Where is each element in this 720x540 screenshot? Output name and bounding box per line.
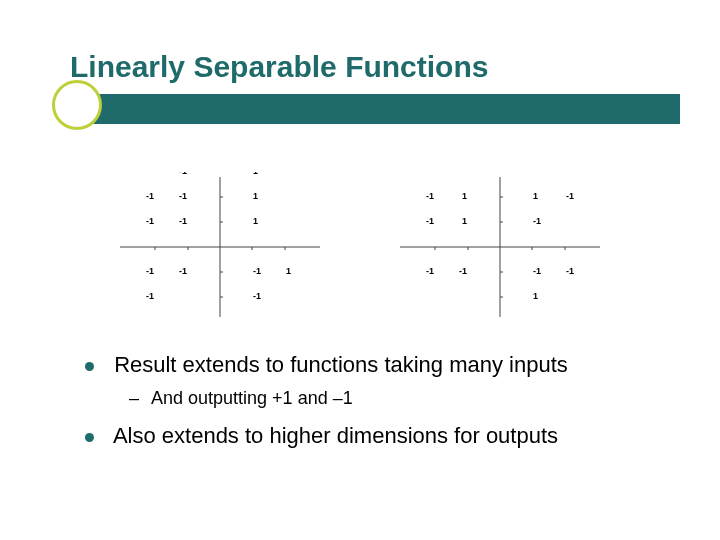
points: -1-1-1-1-1111-1-1-11-1-1 [146,172,291,301]
sub-bullet-text: And outputting +1 and –1 [151,388,353,408]
point-label: -1 [146,266,154,276]
bullet-text: Also extends to higher dimensions for ou… [113,423,558,448]
decorative-banner [0,94,720,132]
figures-row: -1-1-1-1-1111-1-1-11-1-1 -111-11-1-1-1-1… [0,172,720,322]
slide-title: Linearly Separable Functions [70,50,660,84]
point-label: 1 [533,291,538,301]
point-label: 1 [253,216,258,226]
point-label: -1 [426,266,434,276]
point-label: -1 [533,216,541,226]
point-label: 1 [462,191,467,201]
scatter-figure-1: -1-1-1-1-1111-1-1-11-1-1 [110,172,330,322]
bullet-text: Result extends to functions taking many … [114,352,568,377]
slide: Linearly Separable Functions -1-1-1-1-11… [0,0,720,540]
title-area: Linearly Separable Functions [0,0,720,84]
point-label: -1 [146,291,154,301]
point-label: -1 [459,266,467,276]
point-label: 1 [286,266,291,276]
point-label: 1 [253,172,258,176]
scatter-figure-2: -111-11-1-1-1-1-1-11 [390,172,610,322]
point-label: 1 [533,191,538,201]
point-label: -1 [566,191,574,201]
point-label: -1 [179,216,187,226]
point-label: -1 [253,291,261,301]
point-label: -1 [146,216,154,226]
sub-bullet-item: And outputting +1 and –1 [129,388,660,409]
point-label: -1 [566,266,574,276]
bullet-list: Result extends to functions taking many … [85,352,660,449]
sub-bullet-list: And outputting +1 and –1 [129,388,660,409]
point-label: -1 [179,172,187,176]
point-label: -1 [179,191,187,201]
point-label: 1 [253,191,258,201]
body-text: Result extends to functions taking many … [0,322,720,449]
bar-decoration [78,94,680,124]
bullet-item: Result extends to functions taking many … [85,352,660,409]
point-label: -1 [146,191,154,201]
point-label: -1 [253,266,261,276]
point-label: -1 [533,266,541,276]
point-label: -1 [179,266,187,276]
circle-decoration [52,80,102,130]
bullet-item: Also extends to higher dimensions for ou… [85,423,660,449]
point-label: 1 [462,216,467,226]
point-label: -1 [426,216,434,226]
point-label: -1 [426,191,434,201]
